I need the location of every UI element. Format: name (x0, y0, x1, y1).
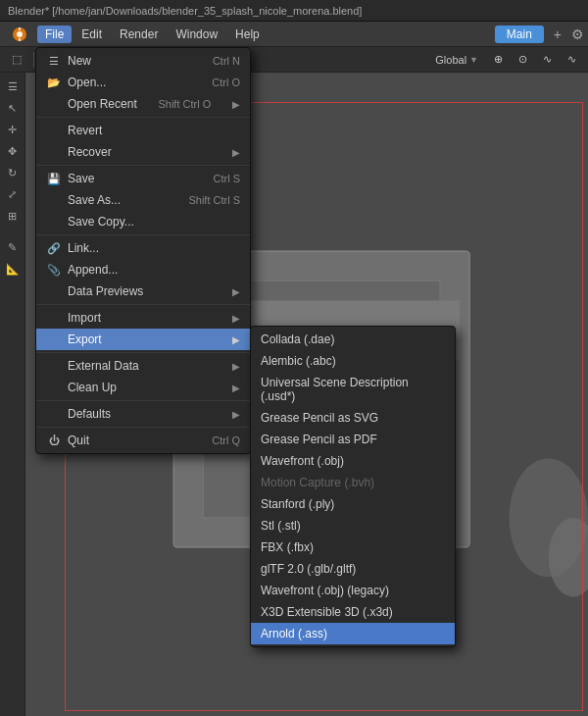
external-data-arrow: ▶ (232, 361, 240, 372)
separator3 (36, 234, 250, 235)
menu-export[interactable]: Export ▶ (36, 329, 250, 350)
sidebar-icon-transform[interactable]: ⊞ (3, 206, 23, 226)
menu-revert[interactable]: Revert (36, 120, 250, 141)
menu-quit[interactable]: ⏻ Quit Ctrl Q (36, 430, 250, 451)
blender-logo[interactable] (4, 25, 35, 44)
export-fbx[interactable]: FBX (.fbx) (251, 537, 455, 558)
separator4 (36, 304, 250, 305)
menu-link[interactable]: 🔗 Link... (36, 237, 250, 259)
sidebar-icon-select[interactable]: ↖ (3, 98, 23, 118)
menu-defaults[interactable]: Defaults ▶ (36, 403, 250, 425)
svg-point-1 (17, 31, 23, 37)
sidebar-icon-move[interactable]: ✥ (3, 141, 23, 161)
sidebar-icon-scale[interactable]: ⤢ (3, 184, 23, 204)
toolbar-divider (33, 52, 34, 68)
export-wavefront-obj[interactable]: Wavefront (.obj) (251, 450, 455, 472)
title-text: Blender* [/home/jan/Downloads/blender_35… (8, 5, 362, 17)
sidebar-icon-cursor[interactable]: ✛ (3, 120, 23, 139)
export-usd[interactable]: Universal Scene Description (.usd*) (251, 372, 455, 407)
data-previews-arrow: ▶ (232, 286, 240, 297)
import-arrow: ▶ (232, 313, 240, 324)
toolbar-icon3[interactable]: ∿ (537, 51, 558, 68)
open-recent-arrow: ▶ (232, 99, 240, 110)
sidebar-icon-annotate[interactable]: ✎ (3, 237, 23, 257)
export-grease-svg[interactable]: Grease Pencil as SVG (251, 407, 455, 429)
menu-open-recent[interactable]: Open Recent Shift Ctrl O ▶ (36, 93, 250, 115)
sidebar-icon-rotate[interactable]: ↻ (3, 163, 23, 182)
export-x3d[interactable]: X3D Extensible 3D (.x3d) (251, 601, 455, 623)
menu-file[interactable]: File (37, 26, 72, 43)
menu-edit[interactable]: Edit (74, 26, 110, 43)
menu-save-as[interactable]: Save As... Shift Ctrl S (36, 189, 250, 211)
export-stl[interactable]: Stl (.stl) (251, 515, 455, 537)
export-stanford-ply[interactable]: Stanford (.ply) (251, 493, 455, 515)
menu-render[interactable]: Render (112, 26, 166, 43)
toolbar-icon2[interactable]: ⊙ (513, 51, 533, 68)
open-icon: 📂 (46, 77, 62, 89)
toolbar-select[interactable]: ⬚ (6, 51, 27, 68)
menu-window[interactable]: Window (168, 26, 225, 43)
recover-arrow: ▶ (232, 147, 240, 158)
clean-up-arrow: ▶ (232, 383, 240, 393)
export-collada[interactable]: Collada (.dae) (251, 329, 455, 350)
title-bar: Blender* [/home/jan/Downloads/blender_35… (0, 0, 588, 22)
menu-append[interactable]: 📎 Append... (36, 259, 250, 281)
export-arrow: ▶ (232, 334, 240, 345)
menu-save[interactable]: 💾 Save Ctrl S (36, 168, 250, 189)
quit-icon: ⏻ (46, 435, 62, 446)
export-motion-capture: Motion Capture (.bvh) (251, 472, 455, 493)
menu-clean-up[interactable]: Clean Up ▶ (36, 377, 250, 398)
separator6 (36, 400, 250, 401)
toolbar-viewport-shading[interactable]: Global ▼ (429, 52, 484, 68)
export-grease-pdf[interactable]: Grease Pencil as PDF (251, 429, 455, 450)
separator1 (36, 117, 250, 118)
menu-help[interactable]: Help (227, 26, 268, 43)
toolbar-icon4[interactable]: ∿ (562, 51, 582, 68)
left-sidebar: ☰ ↖ ✛ ✥ ↻ ⤢ ⊞ ✎ 📐 (0, 73, 25, 716)
gear-icon[interactable]: ⚙ (571, 26, 584, 42)
export-submenu: Collada (.dae) Alembic (.abc) Universal … (250, 326, 456, 647)
export-arnold[interactable]: Arnold (.ass) (251, 623, 455, 644)
menu-new[interactable]: ☰ New Ctrl N (36, 50, 250, 72)
menu-bar: File Edit Render Window Help Main + ⚙ (0, 22, 588, 47)
separator2 (36, 165, 250, 166)
menu-open[interactable]: 📂 Open... Ctrl O (36, 72, 250, 93)
menu-external-data[interactable]: External Data ▶ (36, 355, 250, 377)
sidebar-icon-measure[interactable]: 📐 (3, 259, 23, 279)
file-menu: ☰ New Ctrl N 📂 Open... Ctrl O Open Recen… (35, 47, 251, 454)
link-icon: 🔗 (46, 242, 62, 255)
sidebar-icon-menu[interactable]: ☰ (3, 77, 23, 96)
menu-recover[interactable]: Recover ▶ (36, 141, 250, 163)
main-tab[interactable]: Main (495, 26, 544, 43)
defaults-arrow: ▶ (232, 409, 240, 420)
export-wavefront-legacy[interactable]: Wavefront (.obj) (legacy) (251, 580, 455, 601)
menu-data-previews[interactable]: Data Previews ▶ (36, 281, 250, 302)
separator5 (36, 352, 250, 353)
export-gltf[interactable]: glTF 2.0 (.glb/.gltf) (251, 558, 455, 580)
toolbar-icon1[interactable]: ⊕ (488, 51, 509, 68)
append-icon: 📎 (46, 264, 62, 277)
new-icon: ☰ (46, 55, 62, 68)
menu-import[interactable]: Import ▶ (36, 307, 250, 329)
add-tab-button[interactable]: + (550, 26, 565, 42)
menu-save-copy[interactable]: Save Copy... (36, 211, 250, 232)
export-alembic[interactable]: Alembic (.abc) (251, 350, 455, 372)
separator7 (36, 427, 250, 428)
save-icon: 💾 (46, 173, 62, 185)
